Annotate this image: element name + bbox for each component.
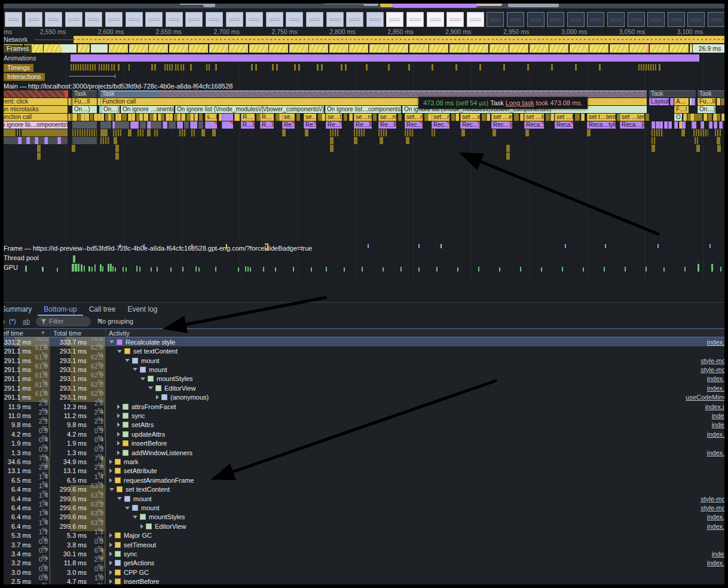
table-row[interactable]: 6.4 ms1.4 %299.6 ms63.3 %set textContent [0, 485, 728, 494]
flame-block[interactable] [26, 137, 30, 144]
gpu-bar[interactable] [698, 264, 699, 272]
source-link[interactable]: index.js [707, 513, 728, 520]
expand-caret-icon[interactable] [109, 552, 112, 556]
flame-block[interactable] [199, 114, 203, 121]
gpu-bar[interactable] [198, 267, 200, 272]
flame-block[interactable] [154, 129, 159, 136]
source-link[interactable]: index.js [707, 339, 728, 346]
flame-block[interactable] [296, 114, 300, 121]
gpu-bar[interactable] [344, 267, 345, 272]
timing-mark[interactable] [111, 64, 116, 71]
gpu-bar[interactable] [275, 267, 276, 272]
flame-block[interactable] [651, 137, 656, 144]
table-row[interactable]: 291.1 ms61.6 %293.1 ms62.0 %set textCont… [0, 346, 728, 355]
flame-block[interactable] [721, 114, 725, 121]
frame-block[interactable] [690, 44, 693, 53]
flame-block[interactable] [659, 121, 663, 129]
flame-block[interactable] [715, 129, 721, 136]
flame-block[interactable]: F…l [674, 106, 689, 113]
flame-block[interactable] [115, 121, 129, 129]
flame-block[interactable]: set…nt [405, 114, 423, 121]
frame-block[interactable] [589, 44, 608, 53]
flame-block[interactable]: Task [649, 90, 696, 98]
cpu-overview-strip[interactable] [0, 0, 728, 8]
flame-block[interactable] [701, 121, 704, 129]
flame-block[interactable] [194, 114, 198, 121]
frame-block[interactable] [189, 44, 208, 53]
timing-mark[interactable] [118, 64, 120, 71]
flame-block[interactable]: set …ent [460, 114, 480, 121]
flame-block[interactable] [693, 129, 708, 136]
timing-mark[interactable] [215, 64, 217, 71]
flame-block[interactable] [682, 121, 686, 129]
flame-block[interactable]: Reca…yle [524, 121, 544, 129]
flame-block[interactable] [708, 114, 712, 121]
flame-block[interactable] [698, 114, 702, 121]
flame-block[interactable]: On…) [72, 106, 97, 113]
gpu-title[interactable]: GPU [4, 264, 18, 271]
flame-block[interactable] [137, 129, 143, 136]
flame-block[interactable]: O… [674, 114, 682, 121]
frame-block[interactable] [349, 44, 368, 53]
filmstrip-thumbnail[interactable] [467, 12, 484, 27]
frame-block[interactable] [289, 44, 308, 53]
filmstrip-thumbnail[interactable] [427, 12, 444, 27]
time-ruler[interactable]: ms2,550 ms2,600 ms2,650 ms2,700 ms2,750 … [0, 28, 728, 35]
flame-block[interactable] [140, 121, 146, 129]
tab-bottom-up[interactable]: Bottom-up [38, 304, 82, 316]
flame-block[interactable] [546, 114, 550, 121]
flame-block[interactable] [90, 114, 93, 121]
table-row[interactable]: 5.3 ms1.1 %5.3 ms1.1 %Major GC [0, 531, 728, 540]
source-link[interactable]: index.js [707, 375, 728, 382]
frame-block[interactable] [389, 44, 408, 53]
table-row[interactable]: 3.4 ms0.7 %30.1 ms6.4 %syncindex. [0, 549, 728, 558]
timing-mark[interactable] [298, 64, 300, 71]
flame-block[interactable] [525, 129, 529, 136]
flame-block[interactable]: se…nt [354, 114, 372, 121]
gpu-bar[interactable] [215, 267, 216, 272]
gpu-bar[interactable] [91, 267, 93, 272]
frame-block[interactable] [78, 44, 90, 53]
flame-block[interactable]: A… [674, 98, 689, 105]
timing-mark[interactable] [251, 64, 253, 71]
flame-block[interactable] [461, 129, 465, 136]
table-row[interactable]: 291.1 ms61.6 %293.1 ms62.0 %mountstyle-m… [0, 356, 728, 365]
flame-block[interactable]: Re…le [354, 121, 372, 129]
gpu-bar[interactable] [151, 267, 152, 272]
tab-call-tree[interactable]: Call tree [83, 304, 122, 316]
timing-mark[interactable] [479, 64, 481, 71]
expand-caret-icon[interactable] [140, 524, 143, 529]
source-link[interactable]: style-mod [701, 504, 728, 511]
flame-block[interactable] [22, 129, 68, 136]
gpu-bar[interactable] [684, 267, 686, 272]
frame-block[interactable] [309, 44, 328, 53]
filmstrip-thumbnail[interactable] [5, 12, 22, 27]
flame-block[interactable] [703, 114, 707, 121]
flame-block[interactable] [131, 114, 135, 121]
flame-block[interactable]: On ignore …onents\/) [121, 106, 174, 113]
flame-block[interactable] [282, 129, 286, 136]
flame-block[interactable] [373, 114, 377, 121]
source-link[interactable]: index.js: [705, 403, 728, 410]
gpu-bar[interactable] [94, 264, 96, 272]
frame-block[interactable] [209, 44, 228, 53]
tab-summary[interactable]: Summary [0, 304, 38, 316]
flame-block[interactable] [455, 114, 459, 121]
source-link[interactable]: style-mod [701, 366, 728, 373]
flame-block[interactable] [57, 137, 61, 144]
expand-caret-icon[interactable] [109, 570, 112, 575]
filmstrip-thumbnail[interactable] [145, 12, 163, 27]
expand-caret-icon[interactable] [109, 579, 112, 584]
flame-block[interactable] [201, 129, 205, 136]
filmstrip-thumbnail[interactable] [206, 12, 223, 27]
filmstrip-thumbnail[interactable] [386, 12, 403, 27]
table-row[interactable]: 2.5 ms0.5 %4.7 ms1.0 %insertBefore [0, 577, 728, 586]
gpu-bar[interactable] [499, 267, 500, 272]
filmstrip-thumbnail[interactable] [326, 12, 344, 27]
flame-block[interactable] [721, 98, 724, 105]
flame-block[interactable]: n ignore lis…omponents\/) [0, 121, 68, 129]
flame-block[interactable]: se…t [326, 114, 342, 121]
table-row[interactable]: 291.1 ms61.6 %293.1 ms62.0 %EditorViewin… [0, 383, 728, 392]
flame-block[interactable] [405, 129, 413, 136]
track-timings[interactable]: Timings [0, 63, 728, 71]
